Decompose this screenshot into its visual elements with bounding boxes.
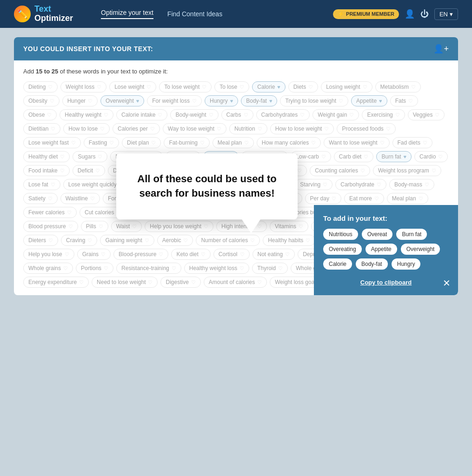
tag-item[interactable]: To lose♡ — [214, 81, 249, 93]
tag-item[interactable]: Diets♡ — [288, 81, 318, 93]
tag-item[interactable]: To lose weight♡ — [159, 81, 212, 93]
tag-item[interactable]: How to lose♡ — [63, 123, 110, 134]
heart-icon[interactable]: ♡ — [377, 182, 381, 188]
heart-icon[interactable]: ♥ — [136, 98, 140, 104]
share-icon[interactable]: 👤+ — [433, 44, 449, 54]
heart-icon[interactable]: ♡ — [95, 168, 100, 174]
tag-item[interactable]: Vitamins♡ — [270, 221, 308, 232]
heart-icon[interactable]: ♡ — [71, 140, 76, 146]
panel-tag-item[interactable]: Overeat — [362, 229, 393, 240]
tag-item[interactable]: Amount of calories♡ — [204, 277, 267, 288]
tag-item[interactable]: Fewer calories♡ — [23, 207, 77, 218]
tag-item[interactable]: Body-weight♡ — [170, 109, 218, 120]
tag-item[interactable]: Want to lose weight♡ — [324, 137, 389, 148]
panel-tag-item[interactable]: Nutritious — [323, 229, 358, 240]
tag-item[interactable]: Sugars♡ — [73, 151, 107, 162]
heart-icon[interactable]: ♡ — [172, 265, 176, 271]
heart-icon[interactable]: ♡ — [360, 168, 365, 174]
tag-item[interactable]: Need to lose weight♡ — [92, 277, 158, 288]
tag-item[interactable]: Weight loss♡ — [60, 81, 106, 93]
tag-item[interactable]: Trying to lose weight♡ — [280, 95, 348, 106]
heart-icon[interactable]: ♡ — [239, 84, 244, 90]
power-icon[interactable]: ⏻ — [420, 9, 429, 19]
tag-item[interactable]: Number of calories♡ — [196, 235, 260, 246]
tag-item[interactable]: Fats♡ — [390, 95, 418, 106]
tag-item[interactable]: Obese♡ — [23, 109, 57, 120]
heart-icon[interactable]: ♡ — [65, 251, 69, 258]
heart-icon[interactable]: ♡ — [60, 154, 65, 160]
tag-item[interactable]: Body-fat♥ — [241, 95, 277, 106]
heart-icon[interactable]: ♡ — [244, 140, 249, 146]
tag-item[interactable]: Diet plan♡ — [122, 137, 161, 148]
nav-content-ideas[interactable]: Find Content Ideas — [167, 10, 222, 18]
heart-icon[interactable]: ♡ — [192, 98, 197, 104]
heart-icon[interactable]: ♡ — [104, 112, 108, 118]
tag-item[interactable]: Processed foods♡ — [337, 123, 395, 134]
tag-item[interactable]: Burn fat♥ — [376, 151, 412, 162]
heart-icon[interactable]: ♡ — [432, 168, 436, 174]
tag-item[interactable]: Fad diets♡ — [392, 137, 432, 148]
heart-icon[interactable]: ♡ — [67, 210, 72, 216]
heart-icon[interactable]: ♡ — [240, 251, 245, 258]
panel-tag-item[interactable]: Overweight — [401, 244, 440, 255]
heart-icon[interactable]: ♡ — [374, 196, 379, 202]
heart-icon[interactable]: ♡ — [183, 238, 188, 244]
tag-item[interactable]: Grains♡ — [77, 249, 111, 260]
heart-icon[interactable]: ♡ — [425, 182, 429, 188]
tag-item[interactable]: Food intake♡ — [23, 165, 70, 176]
heart-icon[interactable]: ♡ — [250, 238, 255, 244]
heart-icon[interactable]: ♡ — [48, 84, 53, 90]
heart-icon[interactable]: ♥ — [379, 98, 382, 104]
tag-item[interactable]: Nutrition♡ — [229, 123, 267, 134]
heart-icon[interactable]: ♡ — [209, 112, 213, 118]
heart-icon[interactable]: ♡ — [97, 84, 101, 90]
tag-item[interactable]: Waistline♡ — [60, 193, 100, 204]
heart-icon[interactable]: ♡ — [63, 265, 68, 271]
heart-icon[interactable]: ♡ — [244, 112, 248, 118]
tag-item[interactable]: Fat-burning♡ — [164, 137, 209, 148]
tag-item[interactable]: Starving♡ — [295, 179, 332, 190]
heart-icon[interactable]: ♡ — [191, 279, 196, 285]
heart-icon[interactable]: ♡ — [395, 112, 400, 118]
heart-icon[interactable]: ♡ — [321, 154, 326, 160]
panel-tag-item[interactable]: Calorie — [323, 258, 352, 270]
tag-item[interactable]: Way to lose weight♡ — [163, 123, 226, 134]
heart-icon[interactable]: ♡ — [104, 265, 108, 271]
tag-item[interactable]: Healthy weight loss♡ — [184, 263, 249, 274]
heart-icon[interactable]: ♡ — [202, 84, 206, 90]
heart-icon[interactable]: ♥ — [404, 154, 407, 159]
heart-icon[interactable]: ♡ — [386, 126, 391, 132]
heart-icon[interactable]: ♡ — [132, 224, 137, 230]
heart-icon[interactable]: ♡ — [51, 182, 55, 188]
heart-icon[interactable]: ♡ — [90, 196, 95, 202]
tag-item[interactable]: Carbohydrate♡ — [335, 179, 386, 190]
tag-item[interactable]: Energy expenditure♡ — [23, 277, 89, 288]
heart-icon[interactable]: ♡ — [159, 251, 163, 258]
tag-item[interactable]: Not eating♡ — [253, 249, 295, 260]
tag-item[interactable]: Lose weight fast♡ — [23, 137, 81, 148]
tag-item[interactable]: Meal plan♡ — [213, 137, 254, 148]
heart-icon[interactable]: ♥ — [269, 98, 273, 104]
tag-item[interactable]: Keto diet♡ — [171, 249, 210, 260]
tag-item[interactable]: Satiety♡ — [23, 193, 58, 204]
heart-icon[interactable]: ♡ — [98, 154, 102, 160]
user-icon[interactable]: 👤 — [405, 9, 415, 19]
heart-icon[interactable]: ♡ — [109, 140, 114, 146]
tag-item[interactable]: Carb diet♡ — [334, 151, 374, 162]
tag-item[interactable]: Blood-pressure♡ — [113, 249, 168, 260]
tag-item[interactable]: Meal plan♡ — [387, 193, 428, 204]
tag-item[interactable]: Fasting♡ — [84, 137, 119, 148]
tag-item[interactable]: Weight gain♡ — [312, 109, 359, 120]
heart-icon[interactable]: ♡ — [408, 98, 413, 104]
tag-item[interactable]: Calories per♡ — [113, 123, 160, 134]
tag-item[interactable]: Healthy habits♡ — [263, 235, 315, 246]
tag-item[interactable]: Carbohydrates♡ — [256, 109, 310, 120]
heart-icon[interactable]: ♡ — [47, 112, 52, 118]
tag-item[interactable]: Aerobic♡ — [157, 235, 193, 246]
heart-icon[interactable]: ♡ — [204, 224, 208, 230]
heart-icon[interactable]: ♡ — [364, 154, 368, 160]
tag-item[interactable]: Healthy weight♡ — [60, 109, 113, 120]
heart-icon[interactable]: ♡ — [285, 251, 290, 258]
heart-icon[interactable]: ♡ — [435, 112, 439, 118]
tag-item[interactable]: Per day♡ — [305, 193, 341, 204]
